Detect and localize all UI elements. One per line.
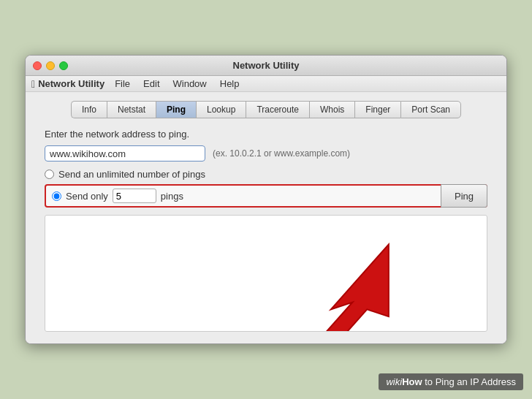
tab-port-scan[interactable]: Port Scan — [400, 101, 461, 118]
content-area: Info Netstat Ping Lookup Traceroute Whoi… — [26, 92, 506, 343]
tab-bar: Info Netstat Ping Lookup Traceroute Whoi… — [37, 101, 495, 118]
radio-unlimited-row: Send an unlimited number of pings — [45, 169, 487, 180]
svg-marker-0 — [324, 245, 389, 332]
tab-lookup[interactable]: Lookup — [196, 101, 246, 118]
maximize-button[interactable] — [59, 61, 68, 70]
window: Network Utility  Network Utility File E… — [25, 55, 507, 344]
tab-finger[interactable]: Finger — [354, 101, 400, 118]
wikihow-caption: to Ping an IP Address — [422, 376, 516, 387]
tab-info[interactable]: Info — [71, 101, 107, 118]
how-text: How — [402, 376, 422, 387]
arrow-annotation — [45, 216, 487, 331]
window-menu[interactable]: Window — [167, 77, 213, 91]
app-menu:  Network Utility — [31, 78, 104, 90]
tab-whois[interactable]: Whois — [309, 101, 354, 118]
edit-menu[interactable]: Edit — [137, 77, 165, 91]
address-label: Enter the network address to ping. — [45, 129, 487, 140]
menu-bar:  Network Utility File Edit Window Help — [26, 76, 506, 92]
wiki-text: wiki — [386, 376, 402, 387]
title-bar: Network Utility — [26, 56, 506, 76]
close-button[interactable] — [33, 61, 42, 70]
form-area: Enter the network address to ping. (ex. … — [37, 129, 495, 332]
pings-count-input[interactable] — [113, 189, 156, 203]
address-hint: (ex. 10.0.2.1 or www.example.com) — [213, 148, 350, 159]
help-menu[interactable]: Help — [214, 77, 246, 91]
apple-logo-icon:  — [31, 78, 35, 90]
tab-ping[interactable]: Ping — [156, 101, 196, 118]
ping-button[interactable]: Ping — [441, 184, 487, 208]
output-area — [45, 215, 487, 332]
outer-wrapper: Network Utility  Network Utility File E… — [0, 0, 532, 399]
address-input-row: (ex. 10.0.2.1 or www.example.com) — [45, 145, 487, 162]
address-input[interactable] — [45, 145, 205, 162]
minimize-button[interactable] — [46, 61, 55, 70]
radio-send-only[interactable] — [52, 191, 61, 201]
traffic-lights — [33, 61, 68, 70]
wikihow-watermark: wikiHow to Ping an IP Address — [379, 373, 523, 390]
app-name-label[interactable]: Network Utility — [38, 78, 104, 89]
tab-traceroute[interactable]: Traceroute — [246, 101, 309, 118]
pings-suffix-label: pings — [161, 191, 480, 202]
window-title: Network Utility — [232, 60, 299, 71]
radio-unlimited[interactable] — [45, 170, 54, 179]
radio-unlimited-label: Send an unlimited number of pings — [58, 169, 205, 180]
file-menu[interactable]: File — [109, 77, 136, 91]
tab-netstat[interactable]: Netstat — [107, 101, 156, 118]
send-only-row: Send only pings Ping — [45, 184, 487, 208]
send-only-label: Send only — [66, 191, 108, 202]
